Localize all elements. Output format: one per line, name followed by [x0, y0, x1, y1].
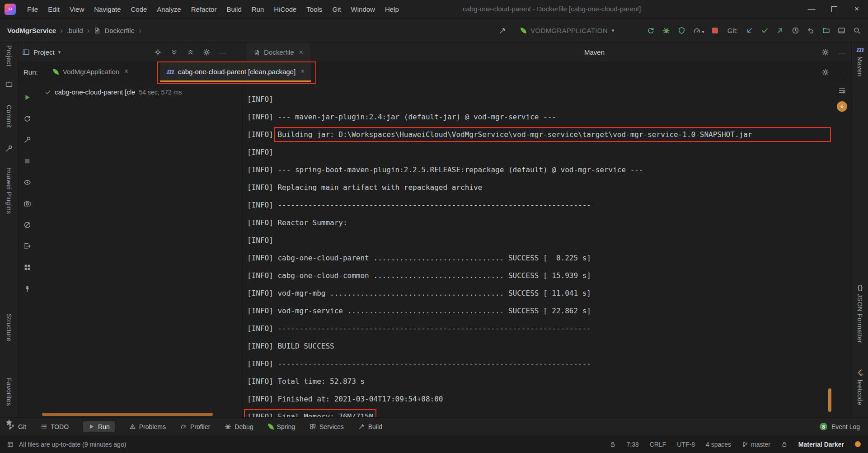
window-minimize-button[interactable]: — — [800, 0, 823, 18]
update-project-icon[interactable] — [746, 27, 753, 34]
history-icon[interactable] — [792, 27, 799, 34]
menu-edit[interactable]: Edit — [43, 3, 65, 15]
tool-button-debug[interactable]: Debug — [225, 423, 253, 430]
tool-window-button-json[interactable]: { }JSON Formatter — [852, 284, 868, 343]
remote-host-folder-icon[interactable] — [822, 27, 830, 34]
tool-window-button-favorites[interactable]: Favorites — [5, 378, 13, 406]
build-hammer-icon[interactable] — [499, 27, 507, 34]
stop-icon[interactable] — [19, 151, 36, 172]
tool-button-problems[interactable]: Problems — [129, 423, 166, 430]
tool-window-button-leetcode[interactable]: leetcode — [852, 369, 868, 406]
menu-file[interactable]: File — [22, 3, 43, 15]
vertical-scrollbar[interactable] — [828, 388, 831, 412]
soft-wrap-icon[interactable] — [838, 87, 846, 94]
breadcrumb-item-vodmgrservice[interactable]: VodMgrService — [7, 27, 56, 34]
tool-button-services[interactable]: Services — [310, 423, 344, 430]
locate-file-icon[interactable] — [154, 48, 162, 56]
readonly-lock-icon[interactable] — [781, 441, 788, 448]
tool-button-spring[interactable]: Spring — [268, 423, 295, 430]
panel-headers-row: Project ▾ — Dockerfile × Maven — [19, 42, 851, 62]
tool-button-run[interactable]: Run — [83, 421, 115, 432]
clear-all-icon[interactable] — [19, 214, 36, 236]
rerun-icon[interactable] — [647, 27, 655, 34]
menu-refactor[interactable]: Refactor — [186, 3, 222, 15]
expand-all-icon[interactable] — [170, 48, 178, 56]
notification-dot[interactable] — [855, 441, 861, 447]
terminal-window-icon[interactable] — [838, 27, 845, 34]
breadcrumb-item-build[interactable]: .build — [67, 27, 83, 34]
thread-dump-icon[interactable] — [19, 193, 36, 214]
exit-icon[interactable] — [19, 236, 36, 257]
hide-panel-icon[interactable]: — — [838, 69, 845, 76]
tool-window-button-commit[interactable]: Commit — [5, 105, 13, 128]
indent-style[interactable]: 4 spaces — [706, 441, 731, 448]
horizontal-scrollbar[interactable] — [42, 413, 213, 416]
settings-gear-icon[interactable] — [203, 48, 211, 56]
profiler-button[interactable]: ▾ — [693, 27, 704, 34]
menu-view[interactable]: View — [65, 3, 89, 15]
rerun-maven-goal-icon[interactable] — [19, 108, 36, 129]
window-close-button[interactable]: × — [845, 0, 868, 18]
settings-gear-icon[interactable] — [821, 48, 829, 56]
theme-name[interactable]: Material Darker — [798, 441, 844, 448]
restore-layout-icon[interactable] — [19, 257, 36, 278]
tool-button-build[interactable]: Build — [358, 423, 382, 430]
menu-navigate[interactable]: Navigate — [89, 3, 126, 15]
file-encoding[interactable]: UTF-8 — [677, 441, 695, 448]
run-tab-1[interactable]: VodMgrApplication× — [47, 62, 135, 80]
tool-window-button-huawei[interactable]: Huawei Plugins — [5, 167, 13, 214]
tool-button-profiler[interactable]: Profiler — [180, 423, 210, 430]
debug-icon[interactable] — [662, 27, 670, 34]
search-everywhere-icon[interactable] — [853, 27, 861, 34]
menu-help[interactable]: Help — [380, 3, 404, 15]
run-settings-icon[interactable] — [19, 129, 36, 151]
tool-button-todo[interactable]: TODO — [41, 423, 69, 430]
menu-hicode[interactable]: HiCode — [269, 3, 301, 15]
menu-run[interactable]: Run — [247, 3, 269, 15]
push-icon[interactable] — [776, 27, 784, 34]
status-message[interactable]: All files are up-to-date (9 minutes ago) — [19, 441, 126, 448]
window-maximize-button[interactable] — [823, 0, 845, 18]
folder-icon[interactable] — [5, 80, 13, 90]
close-tab-icon[interactable]: × — [300, 68, 305, 75]
git-branch-widget[interactable]: master — [742, 441, 770, 448]
coverage-icon[interactable] — [678, 27, 685, 34]
tool-window-button-structure[interactable]: Structure — [5, 314, 13, 341]
event-log-button[interactable]: 8 Event Log — [820, 423, 860, 430]
pin-tab-icon[interactable] — [19, 278, 36, 299]
line-separator[interactable]: CRLF — [650, 441, 666, 448]
menu-code[interactable]: Code — [126, 3, 152, 15]
hide-panel-icon[interactable]: — — [219, 49, 226, 56]
close-tab-icon[interactable]: × — [124, 68, 128, 75]
project-panel-header[interactable]: Project ▾ — [22, 42, 61, 62]
wrench-icon[interactable] — [5, 145, 13, 154]
hide-panel-icon[interactable]: — — [838, 49, 845, 56]
caret-position[interactable]: 7:38 — [627, 441, 639, 448]
scroll-to-end-icon[interactable] — [837, 101, 847, 112]
editor-tab-dockerfile[interactable]: Dockerfile × — [247, 42, 310, 62]
run-configuration-select[interactable]: VODMGRAPPLICATION ▾ — [521, 27, 636, 34]
menu-build[interactable]: Build — [221, 3, 246, 15]
show-output-icon[interactable] — [19, 172, 36, 193]
tool-window-button-maven[interactable]: mMaven — [852, 46, 868, 77]
rerun-icon[interactable] — [19, 87, 36, 108]
rollback-icon[interactable] — [807, 27, 815, 34]
menu-git[interactable]: Git — [327, 3, 346, 15]
chevron-down-icon[interactable]: ▾ — [58, 50, 61, 55]
breadcrumb-item-dockerfile[interactable]: Dockerfile — [104, 27, 135, 34]
menu-analyze[interactable]: Analyze — [152, 3, 186, 15]
star-icon[interactable] — [5, 419, 13, 428]
build-console[interactable]: [INFO][INFO] --- maven-jar-plugin:2.4:ja… — [242, 82, 851, 417]
commit-icon[interactable] — [761, 27, 769, 34]
run-tab-2[interactable]: mcabg-one-cloud-parent [clean,package]× — [160, 62, 311, 82]
stop-button[interactable] — [712, 28, 718, 33]
menu-window[interactable]: Window — [346, 3, 380, 15]
menu-tools[interactable]: Tools — [301, 3, 327, 15]
tool-windows-layout-icon[interactable] — [7, 441, 14, 448]
close-icon[interactable]: × — [299, 49, 303, 56]
settings-gear-icon[interactable] — [821, 68, 829, 76]
write-access-lock-icon[interactable] — [610, 441, 616, 448]
run-tree-item[interactable]: cabg-one-cloud-parent [cle 54 sec, 572 m… — [45, 88, 242, 96]
tool-window-button-project[interactable]: Project — [5, 45, 13, 66]
collapse-all-icon[interactable] — [187, 48, 194, 56]
